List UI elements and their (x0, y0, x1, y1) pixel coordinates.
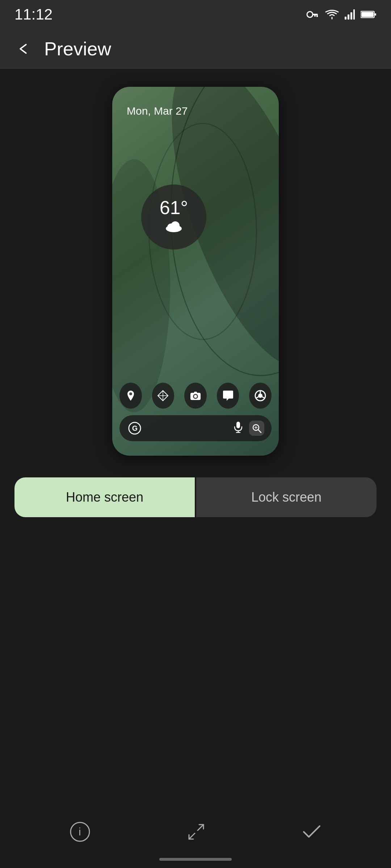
dock-app-camera[interactable] (184, 383, 207, 409)
svg-rect-9 (374, 13, 376, 16)
dock-app-chrome[interactable] (249, 383, 272, 409)
svg-rect-5 (348, 14, 349, 20)
status-icons (306, 9, 377, 20)
dock-app-maps[interactable] (119, 383, 142, 409)
key-icon (306, 10, 319, 18)
back-button[interactable] (13, 39, 33, 59)
search-lens-icon[interactable] (249, 421, 264, 436)
svg-rect-2 (316, 15, 318, 17)
svg-rect-6 (350, 12, 352, 20)
svg-rect-1 (312, 14, 318, 15)
app-dock (112, 383, 279, 409)
svg-line-39 (198, 825, 203, 830)
svg-point-0 (307, 12, 313, 17)
weather-widget: 61° (141, 184, 206, 250)
svg-rect-7 (353, 9, 355, 20)
status-bar: 11:12 (0, 0, 391, 29)
svg-line-26 (262, 397, 265, 398)
bottom-bar: i (0, 796, 391, 868)
svg-rect-3 (314, 15, 316, 17)
weather-temperature: 61° (160, 198, 188, 217)
tab-home-screen[interactable]: Home screen (14, 477, 195, 517)
svg-point-20 (194, 395, 197, 398)
main-content: Mon, Mar 27 61° (0, 69, 391, 517)
svg-rect-21 (194, 392, 197, 393)
battery-icon (361, 10, 377, 19)
status-time: 11:12 (14, 6, 52, 23)
expand-button[interactable] (186, 822, 206, 842)
svg-text:i: i (79, 826, 81, 838)
nav-home-bar (159, 858, 232, 861)
page-title: Preview (44, 38, 111, 60)
weather-cloud-icon (163, 218, 185, 236)
svg-rect-4 (345, 17, 346, 20)
tab-buttons: Home screen Lock screen (0, 477, 391, 517)
svg-rect-29 (236, 422, 240, 428)
svg-line-38 (189, 833, 195, 839)
check-button[interactable] (302, 825, 321, 839)
info-button[interactable]: i (70, 822, 90, 842)
signal-icon (345, 9, 355, 20)
svg-point-23 (258, 393, 262, 398)
preview-date: Mon, Mar 27 (127, 105, 188, 117)
svg-rect-10 (361, 12, 374, 17)
phone-preview: Mon, Mar 27 61° (112, 87, 279, 456)
search-mic-icon[interactable] (233, 421, 243, 435)
svg-text:G: G (132, 424, 138, 432)
svg-point-13 (171, 221, 180, 230)
google-g-icon: G (127, 420, 143, 436)
search-bar[interactable]: G (119, 415, 272, 441)
svg-line-25 (256, 397, 258, 398)
wifi-icon (325, 9, 339, 20)
dock-app-messages[interactable] (217, 383, 239, 409)
top-bar: Preview (0, 29, 391, 69)
dock-app-feather[interactable] (152, 383, 175, 409)
svg-point-14 (129, 392, 132, 395)
tab-lock-screen[interactable]: Lock screen (196, 477, 377, 517)
svg-line-33 (258, 430, 261, 433)
